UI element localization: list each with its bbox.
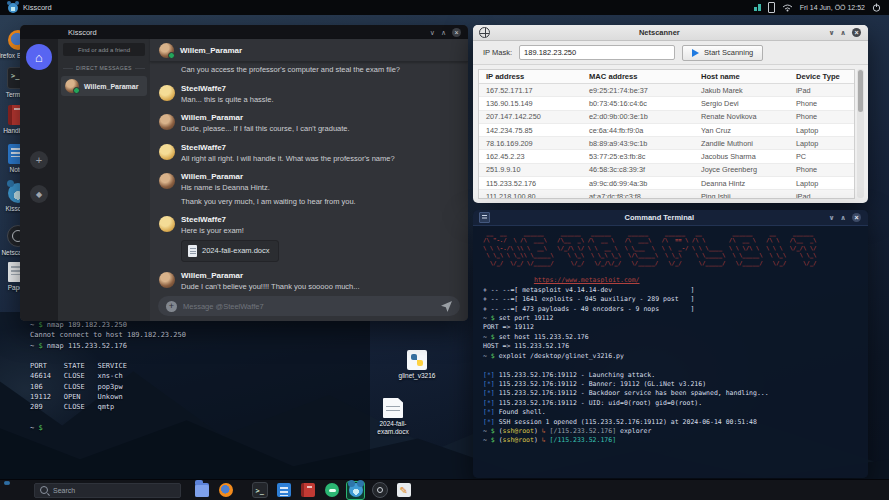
- table-row[interactable]: 111.218.100.80af:a7:dc:f8:c3:f8Ping Ishi…: [479, 190, 854, 199]
- terminal-line: ~ $ set port 19112: [483, 314, 858, 323]
- terminal-line: 106 CLOSE pop3pw: [30, 382, 370, 392]
- table-row[interactable]: 251.9.9.1046:58:3c:c8:39:3fJoyce Greenbe…: [479, 164, 854, 177]
- message-body: I'm currently in the university cafe and…: [181, 62, 453, 75]
- terminal-line: [483, 267, 858, 276]
- start-menu-button[interactable]: [7, 483, 21, 497]
- table-cell: a9:9c:d6:99:4a:3b: [589, 179, 701, 188]
- netscanner-window: Netscanner ∨ ∧ × IP Mask: 189.182.23.250…: [473, 25, 868, 203]
- table-row[interactable]: 207.147.142.250e2:d0:9b:00:3e:1bRenate N…: [479, 111, 854, 124]
- attachment-file[interactable]: 2024-fall-exam.docx: [181, 240, 279, 262]
- start-scanning-button[interactable]: Start Scanning: [682, 45, 763, 61]
- dm-list-item-willem[interactable]: Willem_Paramar: [61, 76, 147, 96]
- taskbar-app-terminal[interactable]: [251, 482, 268, 499]
- green-chat-icon: [325, 483, 339, 497]
- table-cell: iPad: [796, 86, 854, 95]
- notes-icon: [277, 483, 291, 497]
- chat-message: SteelWaffe7All right all right. I will h…: [159, 143, 464, 164]
- kisscord-titlebar[interactable]: Kisscord ∨ ∧ ×: [20, 25, 468, 39]
- maximize-button[interactable]: ∧: [840, 29, 846, 36]
- message-list[interactable]: I'm currently in the university cafe and…: [159, 62, 464, 291]
- message-author: SteelWaffe7: [181, 84, 274, 94]
- minimize-button[interactable]: ∨: [430, 29, 435, 36]
- close-button[interactable]: ×: [852, 28, 861, 37]
- send-icon[interactable]: [441, 301, 452, 312]
- table-header-row: IP addressMAC addressHost nameDevice Typ…: [479, 70, 854, 84]
- taskbar-search-input[interactable]: Search: [34, 483, 181, 498]
- minimize-button[interactable]: ∨: [829, 29, 835, 36]
- desktop-terminal[interactable]: ~ $ nmap 189.182.23.250Cannot connect to…: [0, 312, 370, 480]
- table-cell: Yan Cruz: [701, 126, 796, 135]
- table-cell: 251.9.9.10: [486, 165, 589, 174]
- terminal-line: ~ $: [30, 423, 370, 433]
- kisscord-chat: Willem_Paramar I'm currently in the univ…: [150, 39, 468, 321]
- desktop-file-2024-fall-exam.docx[interactable]: 2024-fall-exam.docx: [378, 398, 408, 435]
- message-text: Here is your exam!: [181, 226, 279, 236]
- ip-mask-label: IP Mask:: [483, 48, 512, 57]
- phone-icon[interactable]: [768, 2, 775, 13]
- scrollbar[interactable]: [857, 69, 864, 198]
- taskbar-app-green-chat[interactable]: [323, 482, 340, 499]
- table-cell: 207.147.142.250: [486, 112, 589, 121]
- avatar: [159, 43, 174, 58]
- terminal-line: [*] SSH session 1 opened (115.233.52.176…: [483, 418, 858, 427]
- file-manager-icon: [195, 483, 209, 497]
- maximize-button[interactable]: ∧: [840, 214, 846, 221]
- terminal-line: \ \ \-./\ \\ \ __\ \/_/\ \/ \ \ __ \ \ \…: [483, 245, 858, 252]
- close-button[interactable]: ×: [452, 28, 461, 37]
- taskbar-app-notes[interactable]: [275, 482, 292, 499]
- friend-search-input[interactable]: Find or add a friend: [63, 43, 145, 56]
- table-row[interactable]: 78.16.169.209b8:89:a9:43:9c:1bZandile Mu…: [479, 137, 854, 150]
- column-header: Host name: [701, 72, 796, 81]
- clock[interactable]: Fri 14 Jun, ÖÖ 12:52: [800, 4, 865, 11]
- window-title: Netscanner: [490, 28, 829, 37]
- taskbar-app-editor[interactable]: [395, 482, 412, 499]
- table-cell: iPad: [796, 192, 854, 199]
- desktop-file-glinet_v3216[interactable]: glinet_v3216: [402, 350, 432, 380]
- desktop-file-label: 2024-fall-exam.docx: [365, 420, 421, 435]
- maximize-button[interactable]: ∧: [441, 29, 446, 36]
- taskbar-app-file-manager[interactable]: [193, 482, 210, 499]
- close-button[interactable]: ×: [852, 213, 861, 222]
- table-row[interactable]: 142.234.75.85ce:6a:44:fb:f9:0aYan CruzLa…: [479, 124, 854, 137]
- table-cell: Joyce Greenberg: [701, 165, 796, 174]
- active-app-title: Kisscord: [23, 3, 52, 12]
- terminal-titlebar[interactable]: Command Terminal ∨ ∧ ×: [473, 210, 868, 226]
- online-status-dot: [73, 87, 80, 94]
- table-row[interactable]: 162.45.2.2353:77:25:e3:fb:8cJacobus Shar…: [479, 150, 854, 163]
- taskbar-app-handbook[interactable]: [299, 482, 316, 499]
- scrollbar-thumb[interactable]: [858, 70, 863, 112]
- wifi-icon[interactable]: [782, 3, 793, 12]
- table-cell: 78.16.169.209: [486, 139, 589, 148]
- terminal-line: 19112 OPEN Unkown: [30, 392, 370, 402]
- table-row[interactable]: 136.90.15.149b0:73:45:16:c4:6cSergio Dev…: [479, 97, 854, 110]
- message-input[interactable]: + Message @SteelWaffe7: [158, 296, 460, 316]
- python-file-icon: [407, 350, 427, 370]
- avatar-willem: [159, 114, 175, 130]
- terminal-line: [*] 115.233.52.176:19112 - Banner: 19112…: [483, 380, 858, 389]
- terminal-output[interactable]: __ __ ______ ______ ______ ______ ______…: [473, 225, 868, 478]
- table-cell: 142.234.75.85: [486, 126, 589, 135]
- minimize-button[interactable]: ∨: [829, 214, 835, 221]
- explore-icon[interactable]: ◆: [30, 185, 48, 203]
- power-icon[interactable]: [872, 3, 881, 12]
- home-button[interactable]: ⌂: [26, 44, 52, 70]
- table-cell: Sergio Devi: [701, 99, 796, 108]
- ip-mask-input[interactable]: 189.182.23.250: [519, 45, 675, 60]
- netscanner-titlebar[interactable]: Netscanner ∨ ∧ ×: [473, 25, 868, 41]
- avatar-doge: [159, 216, 175, 232]
- table-cell: af:a7:dc:f8:c3:f8: [589, 192, 701, 199]
- taskbar-app-firefox[interactable]: [217, 482, 234, 499]
- table-row[interactable]: 167.52.171.17e9:25:21:74:be:37Jakub Mare…: [479, 84, 854, 97]
- chat-message: SteelWaffe7Man... this is quite a hassle…: [159, 84, 464, 105]
- table-row[interactable]: 115.233.52.176a9:9c:d6:99:4a:3bDeanna Hi…: [479, 177, 854, 190]
- attach-plus-icon[interactable]: +: [166, 301, 177, 312]
- table-cell: PC: [796, 152, 854, 161]
- taskbar-app-netscanner[interactable]: [371, 482, 388, 499]
- firefox-icon: [219, 483, 233, 497]
- message-body: SteelWaffe7All right all right. I will h…: [181, 143, 395, 164]
- terminal-line: [*] 115.233.52.176:19112 - Launching att…: [483, 371, 858, 380]
- add-server-button[interactable]: +: [30, 151, 48, 169]
- taskbar-app-kisscord[interactable]: [347, 482, 364, 499]
- network-icon[interactable]: [754, 4, 761, 11]
- attachment-filename: 2024-fall-exam.docx: [202, 246, 270, 255]
